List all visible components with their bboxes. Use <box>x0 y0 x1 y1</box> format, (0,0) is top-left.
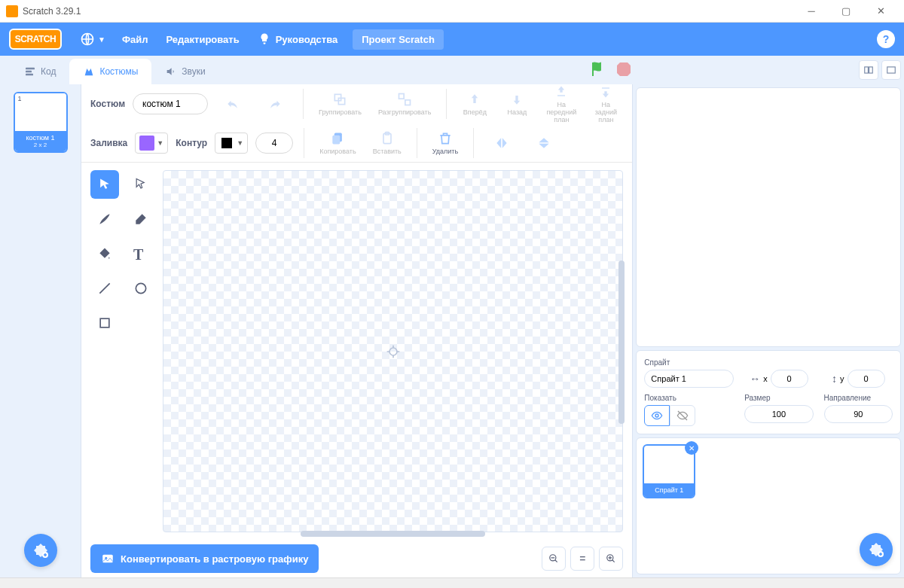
front-button[interactable]: На передний план <box>542 81 581 126</box>
green-flag-button[interactable] <box>589 60 607 78</box>
tab-costumes[interactable]: Костюмы <box>69 59 151 84</box>
language-menu[interactable]: ▼ <box>72 23 113 56</box>
flip-v-icon <box>536 136 551 151</box>
svg-rect-17 <box>100 318 109 328</box>
window-title: Scratch 3.29.1 <box>23 6 794 17</box>
line-tool[interactable] <box>90 274 119 303</box>
right-panel: Спрайт ↔ x ↕ y Показать Разме <box>633 84 904 577</box>
fill-color-picker[interactable]: ▼ <box>135 133 168 154</box>
direction-input[interactable] <box>824 405 893 423</box>
tutorials-menu[interactable]: Руководства <box>249 23 347 56</box>
svg-rect-20 <box>102 555 113 563</box>
svg-rect-6 <box>869 67 873 73</box>
zoom-reset-button[interactable]: = <box>570 547 594 571</box>
costume-thumb-1[interactable]: 1 костюм 1 2 x 2 <box>14 92 68 153</box>
window-bottom-scrollbar[interactable] <box>0 577 904 588</box>
show-button[interactable] <box>644 405 670 426</box>
flip-horizontal-button[interactable] <box>484 133 519 154</box>
y-input[interactable] <box>848 370 885 388</box>
cat-plus-icon <box>867 541 885 559</box>
costumes-icon <box>83 66 95 78</box>
maximize-button[interactable]: ▢ <box>829 0 863 23</box>
outline-color-picker[interactable]: ▼ <box>215 133 248 154</box>
brush-tool[interactable] <box>90 205 119 233</box>
eraser-tool[interactable] <box>127 205 155 233</box>
edit-menu[interactable]: Редактировать <box>157 23 248 56</box>
window-titlebar: Scratch 3.29.1 ─ ▢ ✕ <box>0 0 904 23</box>
zoom-controls: = <box>542 547 623 571</box>
svg-rect-7 <box>887 67 896 73</box>
x-input[interactable] <box>771 370 808 388</box>
backward-icon <box>509 92 524 107</box>
large-stage-button[interactable] <box>881 60 901 80</box>
rect-tool[interactable] <box>90 309 119 337</box>
reshape-tool[interactable] <box>127 170 155 199</box>
help-button[interactable]: ? <box>877 30 895 48</box>
select-tool[interactable] <box>90 170 119 199</box>
close-button[interactable]: ✕ <box>863 0 898 23</box>
back-button[interactable]: На задний план <box>588 81 623 126</box>
tab-code[interactable]: Код <box>11 59 69 84</box>
small-stage-button[interactable] <box>859 60 878 80</box>
vertical-scrollbar[interactable] <box>618 260 625 423</box>
svg-point-24 <box>655 414 658 417</box>
outline-swatch <box>219 136 234 151</box>
group-button[interactable]: Группировать <box>314 89 366 119</box>
globe-icon <box>80 32 95 47</box>
zoom-out-button[interactable] <box>542 547 566 571</box>
stop-button[interactable] <box>615 60 633 78</box>
sprite-name-input[interactable] <box>644 370 734 388</box>
convert-to-bitmap-button[interactable]: Конвертировать в растровую графику <box>90 544 319 573</box>
costume-name-input[interactable] <box>133 93 208 114</box>
code-icon <box>24 66 36 78</box>
x-label: x <box>763 374 768 383</box>
sprite-list: ✕ Спрайт 1 <box>636 437 901 574</box>
square-icon <box>97 315 112 331</box>
flip-vertical-button[interactable] <box>527 133 561 154</box>
tab-code-label: Код <box>41 66 56 77</box>
ungroup-icon <box>397 92 412 107</box>
zoom-in-button[interactable] <box>599 547 623 571</box>
sounds-icon <box>165 66 177 78</box>
ungroup-button[interactable]: Разгруппировать <box>374 89 436 119</box>
circle-tool[interactable] <box>127 274 155 303</box>
redo-button[interactable] <box>258 93 292 114</box>
editor-toolbar-2: Заливка ▼ Контур ▼ Копировать Вставить У… <box>81 123 632 163</box>
canvas-area[interactable] <box>163 170 623 532</box>
costume-editor: Костюм Группировать Разгруппировать Впер… <box>81 84 633 577</box>
add-costume-button[interactable] <box>24 534 57 567</box>
delete-button[interactable]: Удалить <box>428 128 463 158</box>
add-sprite-button[interactable] <box>860 533 893 566</box>
minimize-button[interactable]: ─ <box>794 0 829 23</box>
app-icon <box>6 5 18 17</box>
horizontal-scrollbar[interactable] <box>301 531 485 537</box>
fill-swatch <box>139 136 154 151</box>
svg-rect-1 <box>26 68 35 70</box>
zoom-in-icon <box>606 553 616 564</box>
hide-button[interactable] <box>670 405 695 426</box>
bucket-icon <box>97 246 112 261</box>
redo-icon <box>267 96 282 111</box>
delete-sprite-button[interactable]: ✕ <box>685 441 698 455</box>
copy-button[interactable]: Копировать <box>315 128 360 158</box>
text-tool[interactable]: T <box>127 239 155 268</box>
project-name-input[interactable]: Проект Scratch <box>353 29 444 50</box>
group-icon <box>332 92 347 107</box>
forward-button[interactable]: Вперёд <box>457 89 492 119</box>
tab-sounds[interactable]: Звуки <box>151 59 218 84</box>
file-menu[interactable]: Файл <box>113 23 157 56</box>
lightbulb-icon <box>258 32 271 46</box>
scratch-logo[interactable]: SCRATCH <box>9 29 62 50</box>
tabs-row: Код Костюмы Звуки <box>0 56 904 84</box>
fill-tool[interactable] <box>90 239 119 268</box>
outline-width-input[interactable] <box>255 133 293 154</box>
paste-button[interactable]: Вставить <box>368 128 406 158</box>
sprite-tile-1[interactable]: ✕ Спрайт 1 <box>643 444 695 498</box>
svg-marker-4 <box>617 62 631 76</box>
stage-area[interactable] <box>636 87 901 347</box>
undo-button[interactable] <box>215 93 250 114</box>
size-input[interactable] <box>744 405 813 423</box>
tab-sounds-label: Звуки <box>182 66 205 77</box>
backward-button[interactable]: Назад <box>499 89 534 119</box>
editor-toolbar-1: Костюм Группировать Разгруппировать Впер… <box>81 84 632 123</box>
